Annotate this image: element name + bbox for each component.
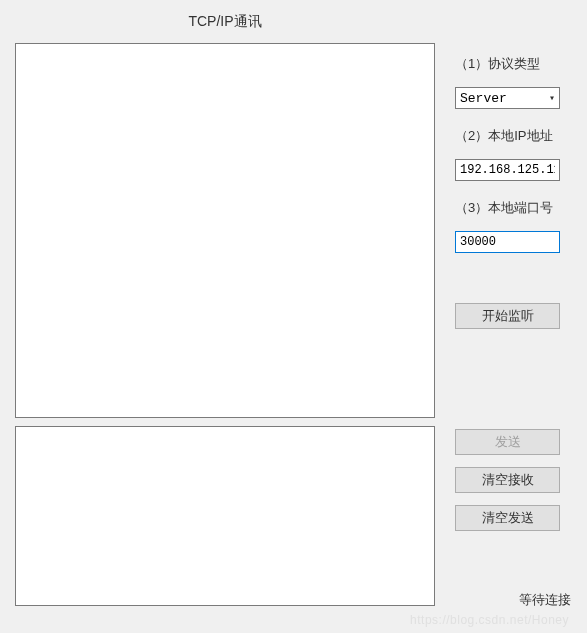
port-label: （3）本地端口号 (455, 199, 577, 217)
chevron-down-icon: ▾ (549, 92, 555, 104)
protocol-label: （1）协议类型 (455, 55, 577, 73)
send-textarea[interactable] (15, 426, 435, 606)
protocol-value: Server (460, 91, 507, 106)
right-panel: （1）协议类型 Server ▾ （2）本地IP地址 （3）本地端口号 开始监听… (435, 5, 577, 623)
clear-send-button[interactable]: 清空发送 (455, 505, 560, 531)
page-title: TCP/IP通讯 (15, 5, 435, 43)
port-input[interactable] (455, 231, 560, 253)
receive-textarea[interactable] (15, 43, 435, 418)
listen-button[interactable]: 开始监听 (455, 303, 560, 329)
left-panel: TCP/IP通讯 (15, 5, 435, 623)
ip-label: （2）本地IP地址 (455, 127, 577, 145)
protocol-select[interactable]: Server ▾ (455, 87, 560, 109)
watermark: https://blog.csdn.net/Honey (410, 613, 569, 627)
clear-receive-button[interactable]: 清空接收 (455, 467, 560, 493)
send-button[interactable]: 发送 (455, 429, 560, 455)
status-text: 等待连接 (519, 591, 571, 609)
ip-input[interactable] (455, 159, 560, 181)
